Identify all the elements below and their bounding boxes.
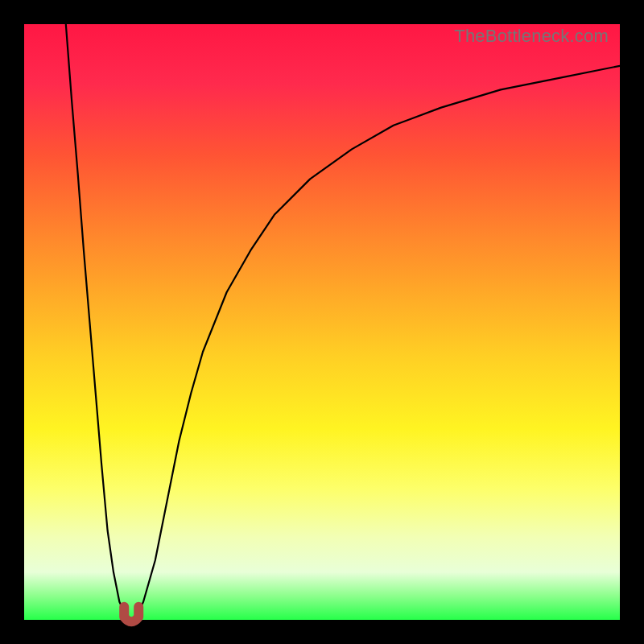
chart-frame: TheBottleneck.com: [0, 0, 644, 644]
dip-marker-icon: [124, 607, 138, 621]
plot-area: TheBottleneck.com: [24, 24, 620, 620]
curve-left-branch: [66, 24, 126, 614]
curve-svg: [24, 24, 620, 620]
curve-right-branch: [138, 66, 620, 614]
